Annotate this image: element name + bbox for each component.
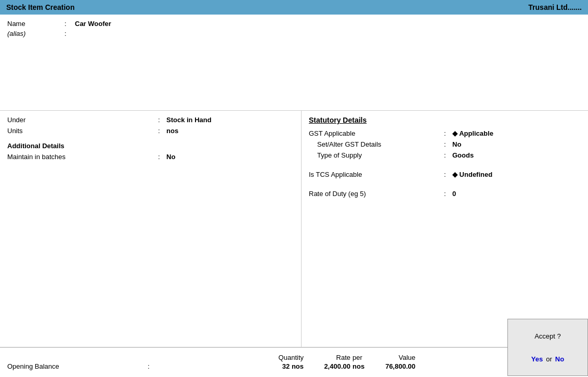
maintain-batches-colon: : xyxy=(158,153,166,161)
units-row: Units : nos xyxy=(7,127,294,135)
statutory-header: Statutory Details xyxy=(309,116,581,124)
maintain-batches-value: No xyxy=(166,153,175,161)
title-bar-right: Trusani Ltd....... xyxy=(528,3,582,11)
ob-data-row: Opening Balance : 32 nos 2,400.00 nos 76… xyxy=(7,362,517,370)
units-label: Units xyxy=(7,127,158,135)
accept-no-button[interactable]: No xyxy=(555,355,564,363)
name-value: Car Woofer xyxy=(75,20,111,28)
type-supply-row: Type of Supply : Goods xyxy=(309,151,581,159)
ob-per: nos xyxy=(350,362,369,370)
per-header: per xyxy=(350,354,369,361)
set-alter-gst-value: No xyxy=(452,140,461,148)
set-alter-gst-row: Set/Alter GST Details : No xyxy=(309,140,581,148)
middle-section: Under : Stock in Hand Units : nos Additi… xyxy=(0,111,588,347)
top-section: Name : Car Woofer (alias) : xyxy=(0,15,588,111)
maintain-batches-label: Maintain in batches xyxy=(7,153,158,161)
under-value: Stock in Hand xyxy=(166,116,212,124)
tcs-applicable-colon: : xyxy=(444,171,452,178)
tcs-applicable-label: Is TCS Applicable xyxy=(309,171,444,178)
value-header: Value xyxy=(369,354,415,361)
rate-duty-row: Rate of Duty (eg 5) : 0 xyxy=(309,190,581,198)
name-colon: : xyxy=(64,20,75,28)
ob-colon: : xyxy=(148,362,155,370)
under-label: Under xyxy=(7,116,158,124)
rate-duty-value: 0 xyxy=(452,190,456,198)
tcs-applicable-row: Is TCS Applicable : ◆ Undefined xyxy=(309,171,581,178)
bottom-section: Quantity Rate per Value Opening Balance … xyxy=(0,347,588,376)
qty-header: Quantity xyxy=(262,354,304,361)
maintain-batches-row: Maintain in batches : No xyxy=(7,153,294,161)
alias-row: (alias) : xyxy=(7,30,581,37)
set-alter-gst-label: Set/Alter GST Details xyxy=(309,140,444,148)
left-panel: Under : Stock in Hand Units : nos Additi… xyxy=(0,111,302,347)
alias-label: (alias) xyxy=(7,30,64,37)
type-supply-label: Type of Supply xyxy=(309,151,444,159)
units-value: nos xyxy=(166,127,178,135)
set-alter-gst-colon: : xyxy=(444,140,452,148)
name-label: Name xyxy=(7,20,64,28)
under-row: Under : Stock in Hand xyxy=(7,116,294,124)
main-content: Name : Car Woofer (alias) : Under : Stoc… xyxy=(0,15,588,376)
ob-value: 76,800.00 xyxy=(369,362,415,370)
accept-buttons: Yes or No xyxy=(531,355,564,363)
accept-yes-button[interactable]: Yes xyxy=(531,355,543,363)
gst-applicable-row: GST Applicable : ◆ Applicable xyxy=(309,129,581,137)
tcs-applicable-value: ◆ Undefined xyxy=(452,171,492,178)
rate-header: Rate xyxy=(304,354,350,361)
ob-rate: 2,400.00 xyxy=(304,362,350,370)
under-colon: : xyxy=(158,116,166,124)
opening-balance-area: Quantity Rate per Value Opening Balance … xyxy=(7,354,517,370)
rate-duty-colon: : xyxy=(444,190,452,198)
gst-applicable-label: GST Applicable xyxy=(309,129,444,137)
title-bar: Stock Item Creation Trusani Ltd....... xyxy=(0,0,588,15)
rate-duty-label: Rate of Duty (eg 5) xyxy=(309,190,444,198)
units-colon: : xyxy=(158,127,166,135)
gst-applicable-colon: : xyxy=(444,129,452,137)
type-supply-colon: : xyxy=(444,151,452,159)
type-supply-value: Goods xyxy=(452,151,474,159)
col-headers: Quantity Rate per Value xyxy=(7,354,517,362)
alias-colon: : xyxy=(64,30,75,37)
accept-or: or xyxy=(546,355,552,363)
name-row: Name : Car Woofer xyxy=(7,20,581,28)
right-panel: Statutory Details GST Applicable : ◆ App… xyxy=(302,111,588,347)
ob-qty: 32 nos xyxy=(262,362,304,370)
accept-dialog: Accept ? Yes or No xyxy=(507,319,588,376)
additional-details-header: Additional Details xyxy=(7,142,294,150)
title-bar-left: Stock Item Creation xyxy=(6,3,74,11)
gst-applicable-value: ◆ Applicable xyxy=(452,129,493,137)
accept-title: Accept ? xyxy=(534,332,561,340)
ob-label: Opening Balance xyxy=(7,362,148,370)
